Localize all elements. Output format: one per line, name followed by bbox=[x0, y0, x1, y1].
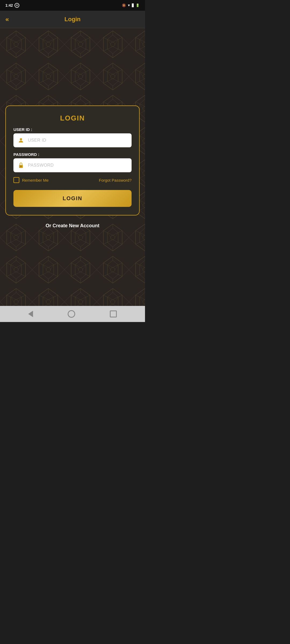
password-input[interactable] bbox=[28, 163, 127, 168]
lock-icon bbox=[18, 162, 24, 169]
bottom-nav-bar bbox=[0, 306, 145, 322]
nav-back-button[interactable] bbox=[28, 311, 33, 317]
login-card-title: LOGIN bbox=[13, 114, 132, 122]
forgot-password-link[interactable]: Forgot Password? bbox=[99, 178, 132, 182]
status-time: 1:42 ⏱ bbox=[5, 3, 19, 8]
svg-point-14 bbox=[20, 138, 22, 140]
remember-me-checkbox[interactable] bbox=[13, 177, 19, 183]
clock-icon: ⏱ bbox=[15, 3, 19, 8]
signal-icon: ▊ bbox=[132, 3, 134, 7]
remember-left: Remember Me bbox=[13, 177, 49, 183]
login-button[interactable]: LOGIN bbox=[13, 190, 132, 207]
nav-home-button[interactable] bbox=[68, 310, 75, 318]
create-account-link[interactable]: Or Create New Account bbox=[46, 223, 99, 229]
password-field-group: PASSWORD : bbox=[13, 152, 132, 172]
bell-muted-icon: 🔕 bbox=[122, 3, 126, 7]
userid-input-wrapper[interactable] bbox=[13, 133, 132, 147]
remember-row: Remember Me Forgot Password? bbox=[13, 177, 132, 183]
page-title: Login bbox=[64, 16, 81, 23]
password-label: PASSWORD : bbox=[13, 152, 132, 157]
person-icon bbox=[18, 137, 24, 144]
login-card: LOGIN USER ID : PASSWORD : bbox=[5, 105, 140, 215]
battery-icon: 🔋 bbox=[136, 3, 140, 7]
status-bar: 1:42 ⏱ 🔕 ▼ ▊ 🔋 bbox=[0, 0, 145, 11]
remember-me-label: Remember Me bbox=[22, 178, 49, 182]
status-icons: 🔕 ▼ ▊ 🔋 bbox=[122, 3, 140, 7]
wifi-icon: ▼ bbox=[127, 3, 130, 7]
content-area: LOGIN USER ID : PASSWORD : bbox=[0, 28, 145, 306]
app-header: « Login bbox=[0, 11, 145, 28]
nav-recents-button[interactable] bbox=[110, 310, 117, 317]
svg-point-16 bbox=[21, 166, 21, 167]
back-button[interactable]: « bbox=[5, 16, 9, 23]
userid-input[interactable] bbox=[28, 138, 127, 143]
userid-field-group: USER ID : bbox=[13, 127, 132, 147]
userid-label: USER ID : bbox=[13, 127, 132, 132]
password-input-wrapper[interactable] bbox=[13, 158, 132, 172]
